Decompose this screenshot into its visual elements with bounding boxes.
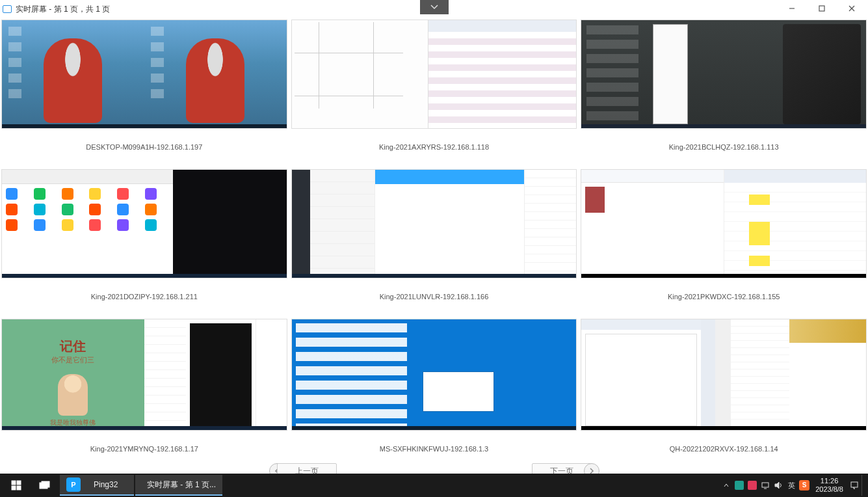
screen-cell: QH-20221202RXVX-192.168.1.14: [581, 319, 867, 467]
cartoon-subtitle: 你不是它们三: [51, 355, 94, 365]
next-arrow-icon[interactable]: [584, 463, 599, 474]
clock-time: 11:26: [815, 477, 843, 485]
action-center-icon[interactable]: [848, 479, 860, 491]
screen-thumbnail[interactable]: [291, 319, 577, 431]
taskbar-app-ping32[interactable]: P: [60, 475, 87, 496]
windows-icon: [11, 480, 21, 490]
cartoon-title: 记住: [60, 338, 86, 355]
screen-label: QH-20221202RXVX-192.168.1.14: [581, 431, 867, 467]
screen-thumbnail[interactable]: 记住 你不是它们三 我是唯我独尊佛: [1, 319, 287, 431]
svg-rect-7: [17, 486, 21, 490]
screen-label: King-2021BCLHQZ-192.168.1.113: [581, 129, 867, 165]
screen-label: King-2021YMRYNQ-192.168.1.17: [1, 431, 287, 467]
screen-label: King-2021AXRYRS-192.168.1.118: [291, 129, 577, 165]
screen-label: King-2021DOZIPY-192.168.1.211: [1, 278, 287, 315]
screen-thumbnail[interactable]: [1, 20, 287, 129]
screen-thumbnail[interactable]: [581, 319, 867, 431]
volume-icon[interactable]: [772, 479, 784, 491]
screen-thumbnail[interactable]: [581, 169, 867, 278]
screen-cell: King-2021BCLHQZ-192.168.1.113: [581, 20, 867, 165]
app-icon: [3, 5, 12, 13]
tray-app-icon[interactable]: [733, 479, 745, 491]
screen-label: DESKTOP-M099A1H-192.168.1.197: [1, 129, 287, 165]
tray-overflow-icon[interactable]: [720, 479, 732, 491]
taskbar: P Ping32 实时屏幕 - 第 1 页... 英 S: [0, 474, 868, 497]
start-button[interactable]: [3, 475, 30, 496]
screen-thumbnail[interactable]: [581, 20, 867, 129]
svg-rect-10: [762, 483, 769, 487]
titlebar: 实时屏幕 - 第 1 页，共 1 页: [0, 0, 868, 18]
ime-indicator[interactable]: 英: [785, 479, 797, 491]
collapse-toggle[interactable]: [420, 0, 449, 14]
taskbar-app-ping32-label[interactable]: Ping32: [87, 475, 134, 496]
content-area: DESKTOP-M099A1H-192.168.1.197 King-2021A…: [0, 18, 868, 474]
svg-rect-4: [12, 481, 16, 485]
screen-thumbnail[interactable]: [291, 169, 577, 278]
taskbar-app-realtime-screen[interactable]: 实时屏幕 - 第 1 页...: [135, 475, 222, 496]
clock-date: 2023/8/8: [815, 485, 843, 494]
close-button[interactable]: [837, 1, 867, 16]
screen-cell: MS-SXFHKINKFWUJ-192.168.1.3: [291, 319, 577, 467]
screen-cell: King-2021PKWDXC-192.168.1.155: [581, 169, 867, 315]
prev-page-button[interactable]: 上一页: [277, 463, 337, 474]
svg-rect-1: [819, 6, 824, 11]
network-icon[interactable]: [759, 479, 771, 491]
screen-label: MS-SXFHKINKFWUJ-192.168.1.3: [291, 431, 577, 467]
svg-rect-6: [12, 486, 16, 490]
screen-cell: King-2021AXRYRS-192.168.1.118: [291, 20, 577, 165]
task-view-icon: [39, 481, 51, 490]
svg-rect-5: [17, 481, 21, 485]
task-view-button[interactable]: [31, 475, 59, 496]
sogou-ime-icon[interactable]: S: [798, 479, 810, 491]
screen-cell: 记住 你不是它们三 我是唯我独尊佛 King-2021YMRYNQ-192.16…: [1, 319, 287, 467]
screen-cell: King-2021DOZIPY-192.168.1.211: [1, 169, 287, 315]
screen-label: King-2021LUNVLR-192.168.1.166: [291, 278, 577, 315]
screen-cell: King-2021LUNVLR-192.168.1.166: [291, 169, 577, 315]
next-page-label: 下一页: [550, 466, 573, 474]
maximize-button[interactable]: [807, 1, 837, 16]
ping32-icon: P: [66, 477, 81, 492]
minimize-button[interactable]: [777, 1, 807, 16]
screen-thumbnail[interactable]: [291, 20, 577, 129]
svg-rect-9: [42, 481, 49, 487]
screen-thumbnail[interactable]: [1, 169, 287, 278]
next-page-button[interactable]: 下一页: [532, 463, 592, 474]
chevron-down-icon: [430, 4, 439, 10]
screen-grid: DESKTOP-M099A1H-192.168.1.197 King-2021A…: [1, 20, 867, 467]
window-title: 实时屏幕 - 第 1 页，共 1 页: [16, 4, 110, 15]
system-clock[interactable]: 11:26 2023/8/8: [811, 477, 847, 494]
show-desktop-button[interactable]: [861, 475, 865, 496]
svg-rect-12: [851, 482, 858, 487]
tray-app-icon[interactable]: [746, 479, 758, 491]
screen-label: King-2021PKWDXC-192.168.1.155: [581, 278, 867, 315]
prev-page-label: 上一页: [295, 466, 319, 474]
screen-cell: DESKTOP-M099A1H-192.168.1.197: [1, 20, 287, 165]
